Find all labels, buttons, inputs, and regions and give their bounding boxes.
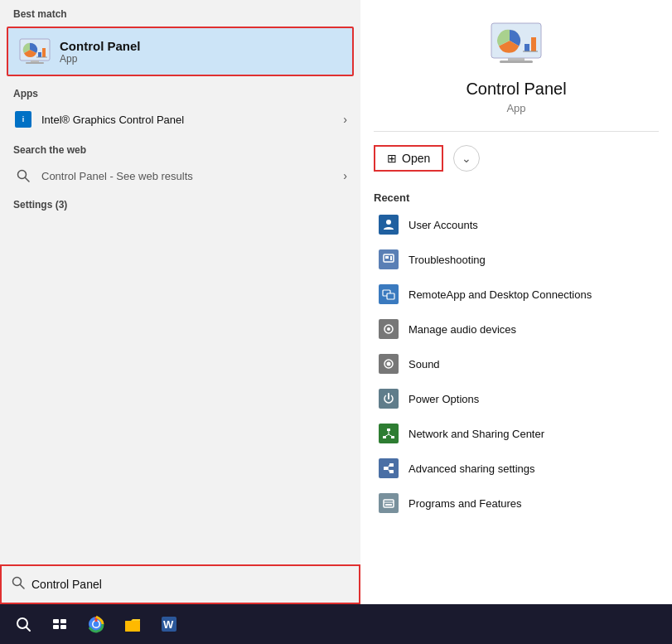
intel-arrow-icon: › [343,113,347,126]
svg-line-33 [389,434,393,437]
svg-rect-28 [387,429,390,431]
open-button[interactable]: ⊞ Open [374,145,443,172]
svg-rect-2 [38,52,41,57]
taskbar-task-view[interactable] [43,608,76,641]
network-label: Network and Sharing Center [409,428,544,440]
svg-text:W: W [163,618,174,631]
intel-graphics-item[interactable]: i Intel® Graphics Control Panel › [0,103,360,136]
svg-line-38 [388,468,389,472]
apps-label: Apps [0,80,360,103]
remote-app-label: RemoteApp and Desktop Connections [409,288,592,301]
recent-item-network[interactable]: Network and Sharing Center [374,416,659,451]
power-label: Power Options [409,393,479,405]
start-menu: Best match [0,0,672,604]
recent-item-troubleshooting[interactable]: Troubleshooting [374,242,659,277]
control-panel-app-icon [18,35,51,68]
web-search-icon [13,166,33,186]
best-match-item[interactable]: Control Panel App [7,27,354,76]
open-label: Open [402,152,430,165]
actions-row: ⊞ Open ⌄ [374,132,659,185]
best-match-title: Control Panel [60,39,141,53]
svg-rect-47 [60,625,66,629]
svg-point-27 [387,362,391,366]
svg-point-50 [94,622,99,627]
right-panel: Control Panel App ⊞ Open ⌄ Recent [360,0,672,604]
svg-rect-17 [500,61,533,63]
svg-rect-39 [384,500,394,507]
expand-button[interactable]: ⌄ [453,145,480,172]
user-accounts-icon [377,213,400,236]
svg-line-10 [21,585,25,589]
search-bar [0,564,360,604]
web-item-label: Control Panel - See web results [41,170,343,182]
intel-icon: i [13,109,33,129]
taskbar-chrome[interactable] [80,608,113,641]
best-match-subtitle: App [60,53,141,65]
svg-rect-3 [42,48,46,57]
svg-rect-16 [508,58,525,61]
svg-rect-41 [385,504,392,506]
svg-line-8 [26,178,30,182]
svg-rect-34 [384,467,388,470]
web-arrow-icon: › [343,169,347,182]
recent-item-sharing[interactable]: Advanced sharing settings [374,451,659,486]
settings-label: Settings (3) [0,192,360,214]
sound-icon [377,352,400,375]
svg-line-32 [384,434,389,437]
taskbar-search[interactable] [7,608,40,641]
web-search-item[interactable]: Control Panel - See web results › [0,159,360,192]
best-match-label: Best match [0,0,360,23]
svg-rect-5 [31,61,39,62]
svg-rect-45 [60,619,66,623]
svg-rect-20 [385,256,389,259]
left-panel: Best match [0,0,360,604]
app-preview-title: Control Panel [466,80,566,99]
troubleshooting-label: Troubleshooting [409,254,486,266]
user-accounts-label: User Accounts [409,219,478,231]
svg-point-18 [386,220,391,225]
svg-rect-23 [387,293,394,299]
svg-line-37 [388,465,389,468]
search-input[interactable] [31,578,349,591]
sharing-icon [377,457,400,480]
taskbar-file-explorer[interactable] [116,608,149,641]
recent-item-user-accounts[interactable]: User Accounts [374,207,659,242]
search-bar-icon [12,576,25,593]
recent-item-audio[interactable]: Manage audio devices [374,312,659,346]
programs-label: Programs and Features [409,497,522,510]
recent-list: User Accounts Troubleshooting [374,207,659,604]
left-spacer [0,214,360,564]
sharing-label: Advanced sharing settings [409,462,534,475]
chevron-down-icon: ⌄ [462,152,471,165]
sound-label: Sound [409,358,440,370]
power-icon [377,387,400,410]
remote-app-icon [377,283,400,306]
recent-label: Recent [374,185,659,207]
svg-rect-52 [125,621,140,632]
intel-item-label: Intel® Graphics Control Panel [41,114,343,126]
open-icon: ⊞ [387,152,397,165]
svg-rect-14 [531,37,536,51]
best-match-text: Control Panel App [60,39,141,65]
svg-rect-35 [389,463,394,467]
network-icon [377,422,400,445]
svg-line-43 [27,627,31,632]
recent-item-sound[interactable]: Sound [374,346,659,381]
troubleshooting-icon [377,248,400,271]
svg-rect-13 [525,44,529,51]
web-search-label: Search the web [0,136,360,159]
svg-rect-6 [26,62,44,64]
app-preview-type: App [506,102,525,114]
recent-item-programs[interactable]: Programs and Features [374,486,659,521]
recent-item-power[interactable]: Power Options [374,381,659,416]
app-preview: Control Panel App [374,17,659,132]
svg-rect-46 [53,625,59,629]
audio-icon [377,317,400,341]
svg-point-25 [387,327,390,331]
recent-item-remote-app[interactable]: RemoteApp and Desktop Connections [374,277,659,312]
taskbar-word[interactable]: W [152,608,186,641]
svg-rect-44 [53,619,59,623]
taskbar: W [0,604,672,644]
svg-rect-36 [389,470,394,473]
svg-rect-21 [390,256,392,260]
